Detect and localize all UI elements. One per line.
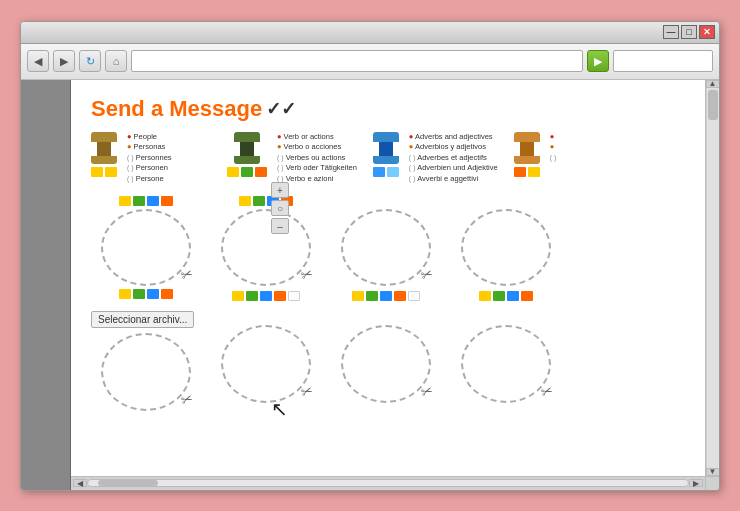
cat4-labels: ● ● ( ) xyxy=(550,132,557,164)
scroll-track xyxy=(87,479,689,487)
address-bar[interactable] xyxy=(131,50,583,72)
close-button[interactable]: ✕ xyxy=(699,25,715,39)
scroll-corner xyxy=(705,476,719,490)
content-area: Send a Message ✓✓ xyxy=(71,80,705,476)
adverb-labels: ● Adverbs and adjectives ● Adverbios y a… xyxy=(409,132,498,185)
scroll-up-button[interactable]: ▲ xyxy=(706,80,720,88)
grid-cell-1-4 xyxy=(451,196,561,301)
grid-cell-2-3: ✂ xyxy=(331,311,441,416)
vertical-scrollbar: ▲ ▼ xyxy=(705,80,719,476)
grid-cell-2-1: Seleccionar archiv... ✂ xyxy=(91,311,201,416)
categories-row: ● People ● Personas ( ) Personnes ( ) Pe… xyxy=(91,132,685,185)
title-bar: — □ ✕ xyxy=(21,22,719,44)
zoom-reset-button[interactable]: ○ xyxy=(271,200,289,216)
scroll-thumb[interactable] xyxy=(98,480,158,486)
category-verb: ● Verb or actions ● Verbo o acciones ( )… xyxy=(227,132,357,185)
forward-button[interactable]: ▶ xyxy=(53,50,75,72)
zoom-in-button[interactable]: + xyxy=(271,182,289,198)
bottom-bar: ◀ ▶ xyxy=(71,476,719,490)
refresh-button[interactable]: ↻ xyxy=(79,50,101,72)
category-4: ● ● ( ) xyxy=(514,132,634,185)
search-input[interactable] xyxy=(613,50,713,72)
minimize-button[interactable]: — xyxy=(663,25,679,39)
grid-cell-1-2: ✂ xyxy=(211,196,321,301)
file-select-button[interactable]: Seleccionar archiv... xyxy=(91,311,194,328)
scroll-down-button[interactable]: ▼ xyxy=(706,468,720,476)
browser-body: Send a Message ✓✓ xyxy=(21,80,719,490)
verb-labels: ● Verb or actions ● Verbo o acciones ( )… xyxy=(277,132,357,185)
checkmark-icon: ✓✓ xyxy=(266,98,296,120)
horizontal-scrollbar: ◀ ▶ xyxy=(71,476,705,490)
category-people: ● People ● Personas ( ) Personnes ( ) Pe… xyxy=(91,132,211,185)
home-button[interactable]: ⌂ xyxy=(105,50,127,72)
category-adverb: ● Adverbs and adjectives ● Adverbios y a… xyxy=(373,132,498,185)
title-text: Send a Message xyxy=(91,96,262,122)
grid-cell-2-4: ✂ xyxy=(451,311,561,416)
mouse-cursor: ↖ xyxy=(271,397,288,421)
maximize-button[interactable]: □ xyxy=(681,25,697,39)
zoom-out-button[interactable]: – xyxy=(271,218,289,234)
go-button[interactable]: ▶ xyxy=(587,50,609,72)
grid-cell-1-3: ✂ xyxy=(331,196,441,301)
scroll-left-button[interactable]: ◀ xyxy=(73,479,87,487)
page-content: Send a Message ✓✓ xyxy=(71,80,705,476)
people-labels: ● People ● Personas ( ) Personnes ( ) Pe… xyxy=(127,132,172,185)
back-button[interactable]: ◀ xyxy=(27,50,49,72)
grid-cell-2-2: ✂ xyxy=(211,311,321,416)
browser-window: — □ ✕ ◀ ▶ ↻ ⌂ ▶ Send a Message xyxy=(20,21,720,491)
scroll-right-button[interactable]: ▶ xyxy=(689,479,703,487)
browser-toolbar: ◀ ▶ ↻ ⌂ ▶ xyxy=(21,44,719,80)
title-bar-buttons: — □ ✕ xyxy=(663,25,715,39)
sidebar xyxy=(21,80,71,490)
page-title: Send a Message ✓✓ xyxy=(91,96,685,122)
grid-cell-1-1: ✂ xyxy=(91,196,201,301)
